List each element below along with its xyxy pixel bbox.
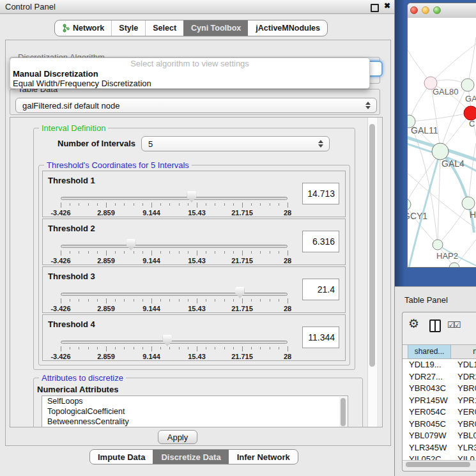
threshold-2-slider-thumb[interactable]	[127, 239, 136, 250]
red-node[interactable]	[464, 106, 476, 120]
network-canvas[interactable]: GAL80GACGAL11GAL4GCY1HHAP2	[408, 18, 476, 268]
threshold-4-slider-thumb[interactable]	[162, 335, 172, 346]
network-graph[interactable]: GAL80GACGAL11GAL4GCY1HHAP2	[408, 18, 476, 268]
table-row[interactable]: YPR145WYPR1	[403, 395, 476, 407]
threshold-3-slider[interactable]: -3.4262.8599.14415.4321.71528	[61, 284, 288, 312]
list-scrollbar-thumb[interactable]	[341, 398, 346, 426]
numerical-attributes-list[interactable]: SelfLoopsTopologicalCoefficientBetweenne…	[42, 395, 348, 427]
bottom-tab-infer-network[interactable]: Infer Network	[229, 450, 298, 464]
window-title: Control Panel	[5, 2, 56, 12]
threshold-4-value-field[interactable]: 11.344	[302, 326, 339, 348]
vertical-scrollbar-thumb[interactable]	[369, 124, 375, 367]
slider-track[interactable]	[61, 197, 288, 200]
tick-mark	[288, 346, 288, 351]
slider-ticks	[61, 298, 288, 304]
network-edge[interactable]	[409, 113, 471, 121]
tick-mark	[197, 203, 197, 208]
table-row[interactable]: YDL19...YDL1	[403, 359, 476, 371]
tick-mark	[70, 347, 70, 349]
bottom-tab-discretize-data[interactable]: Discretize Data	[153, 450, 228, 464]
column-header-shared-name[interactable]: shared...	[408, 345, 451, 358]
threshold-1-panel: Threshold 1-3.4262.8599.14415.4321.71528…	[42, 171, 346, 217]
table-row[interactable]: YDR27...YDR2	[403, 371, 476, 383]
number-of-intervals-combobox[interactable]: 5	[141, 136, 330, 151]
tab-cyni-toolbox[interactable]: Cyni Toolbox	[183, 20, 248, 36]
threshold-4-panel: Threshold 4-3.4262.8599.14415.4321.71528…	[42, 314, 346, 361]
gear-icon[interactable]: ⚙	[408, 316, 419, 331]
slider-track[interactable]	[61, 245, 288, 248]
cell-shared-name: YER054C	[408, 406, 451, 418]
table-row[interactable]: YBR043CYBR0	[403, 383, 476, 395]
attribute-list-item-betweennesscentrality[interactable]: BetweennessCentrality	[42, 417, 348, 427]
minimize-traffic-light-icon[interactable]	[422, 6, 429, 14]
table-row[interactable]: YBL079WYBL0	[403, 430, 476, 442]
column-checkboxes-icon[interactable]: ☑☑	[447, 320, 459, 330]
threshold-2-value-field[interactable]: 6.316	[302, 231, 339, 252]
threshold-2-slider[interactable]: -3.4262.8599.14415.4321.71528	[61, 236, 288, 264]
table-row[interactable]: YER054CYER0	[403, 406, 476, 418]
slider-track[interactable]	[61, 293, 288, 296]
network-edge[interactable]	[438, 151, 440, 245]
tick-mark	[61, 346, 61, 351]
table-row[interactable]: YIL052CYIL0	[403, 454, 476, 460]
tick-mark	[79, 347, 79, 349]
gal4-node[interactable]	[432, 143, 449, 160]
table-data-combobox[interactable]: galFiltered.sif default node	[15, 98, 377, 113]
tick-mark	[142, 299, 143, 302]
cell-shared-name: YDL19...	[408, 359, 451, 371]
tick-mark	[134, 251, 134, 254]
threshold-3-value-field[interactable]: 21.4	[302, 279, 339, 300]
slider-tick-labels: -3.4262.8599.14415.4321.71528	[61, 305, 288, 312]
threshold-1-slider[interactable]: -3.4262.8599.14415.4321.71528	[61, 188, 288, 216]
apply-button[interactable]: Apply	[158, 430, 197, 444]
tick-mark	[134, 203, 134, 206]
vertical-scrollbar[interactable]	[367, 118, 377, 427]
columns-icon[interactable]	[429, 319, 441, 332]
tick-mark	[224, 299, 225, 302]
network-edge[interactable]	[468, 37, 476, 85]
node-label-h: H	[470, 210, 476, 220]
cell-name: YBR0	[451, 418, 476, 431]
h-node[interactable]	[462, 197, 475, 210]
attribute-list-item-topologicalcoefficient[interactable]: TopologicalCoefficient	[42, 406, 348, 417]
float-window-icon[interactable]	[371, 4, 379, 12]
tab-network[interactable]: Network	[55, 20, 111, 36]
slider-tick-labels: -3.4262.8599.14415.4321.71528	[61, 209, 288, 217]
thresholds-group: Threshold's Coordinates for 5 Intervals …	[38, 165, 350, 365]
gcy1-node[interactable]	[408, 199, 411, 210]
tick-mark	[169, 203, 170, 206]
horizontal-scrollbar-thumb[interactable]	[406, 462, 470, 467]
bottom-tab-impute-data[interactable]: Impute Data	[90, 450, 153, 464]
network-window-titlebar[interactable]	[408, 3, 476, 19]
tab-style[interactable]: Style	[111, 20, 145, 36]
zoom-traffic-light-icon[interactable]	[433, 6, 441, 14]
network-edge[interactable]	[438, 203, 468, 245]
tab-jactivemnodules[interactable]: jActiveMNodules	[248, 20, 327, 36]
hap2-node[interactable]	[433, 240, 443, 250]
list-scrollbar[interactable]	[339, 397, 347, 427]
dropdown-option-manual-discretization[interactable]: Manual Discretization	[10, 69, 369, 79]
close-traffic-light-icon[interactable]	[410, 6, 418, 14]
tick-mark	[124, 203, 125, 206]
tick-mark	[115, 347, 116, 349]
table-row[interactable]: YBR045CYBR0	[403, 418, 476, 431]
column-header-name[interactable]: na	[451, 345, 476, 358]
threshold-1-slider-thumb[interactable]	[187, 191, 196, 203]
tick-mark	[279, 203, 279, 206]
tick-mark	[215, 347, 215, 349]
tick-mark	[224, 251, 225, 254]
attribute-list-item-selfloops[interactable]: SelfLoops	[42, 396, 348, 406]
gene-node[interactable]	[461, 79, 474, 91]
dropdown-option-equal-width-frequency[interactable]: Equal Width/Frequency Discretization	[10, 79, 369, 88]
network-edge[interactable]	[468, 143, 476, 203]
slider-track[interactable]	[61, 341, 288, 344]
table-row[interactable]: YLR345WYLR3	[403, 442, 476, 454]
horizontal-scrollbar[interactable]	[403, 460, 476, 468]
threshold-3-slider-thumb[interactable]	[235, 287, 245, 298]
tab-select[interactable]: Select	[145, 20, 183, 36]
threshold-1-value-field[interactable]: 14.713	[302, 183, 339, 204]
network-edge[interactable]	[409, 151, 440, 268]
tick-mark	[215, 251, 215, 254]
close-icon[interactable]: ✖	[384, 1, 390, 10]
threshold-4-slider[interactable]: -3.4262.8599.14415.4321.71528	[61, 332, 288, 360]
